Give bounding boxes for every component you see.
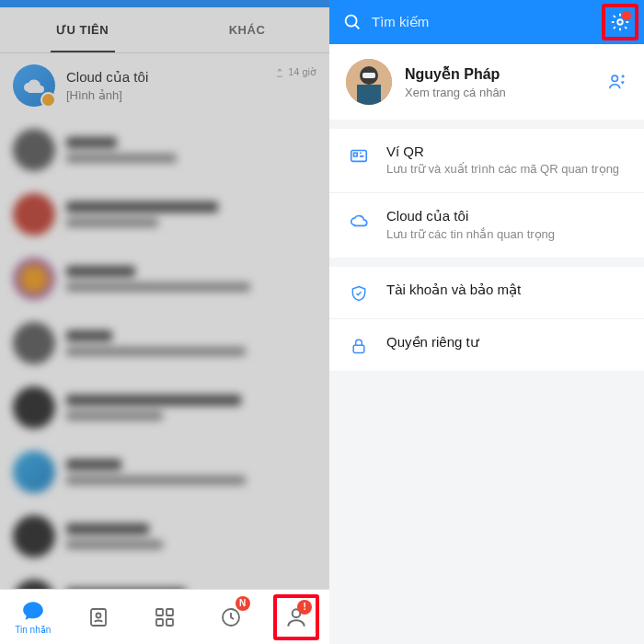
avatar-icon (13, 515, 55, 558)
svg-rect-3 (167, 609, 173, 615)
avatar-icon (13, 129, 55, 171)
chat-list: Cloud của tôi [Hình ảnh] 14 giờ (0, 53, 329, 589)
tab-other[interactable]: KHÁC (165, 7, 329, 52)
status-bar (0, 0, 329, 7)
conversation-tabs: ƯU TIÊN KHÁC (0, 7, 329, 53)
option-title: Ví QR (386, 144, 627, 159)
chat-time: 14 giờ (275, 66, 316, 78)
cloud-icon (346, 210, 372, 230)
conversations-panel: ƯU TIÊN KHÁC Cloud của tôi [Hình ảnh] 14… (0, 0, 329, 644)
svg-rect-17 (353, 345, 364, 352)
svg-rect-4 (156, 619, 163, 626)
svg-point-14 (612, 75, 617, 81)
option-qr-wallet[interactable]: Ví QR Lưu trữ và xuất trình các mã QR qu… (329, 129, 644, 193)
svg-rect-5 (167, 619, 173, 626)
nav-label: Tin nhắn (15, 625, 51, 635)
search-bar: Tìm kiếm (329, 0, 644, 44)
nav-messages[interactable]: Tin nhắn (10, 594, 56, 640)
alert-dot-icon (621, 10, 632, 21)
nav-discover[interactable] (142, 594, 188, 640)
svg-rect-2 (156, 609, 163, 615)
alert-badge: ! (297, 600, 312, 615)
chat-item-cloud[interactable]: Cloud của tôi [Hình ảnh] 14 giờ (0, 53, 329, 118)
security-section: Tài khoản và bảo mật Quyền riêng tư (329, 267, 644, 371)
nav-timeline[interactable]: N (208, 594, 254, 640)
option-sub: Lưu trữ các tin nhắn quan trọng (386, 227, 627, 243)
avatar-icon (13, 322, 55, 364)
swap-user-icon[interactable] (607, 72, 627, 92)
profile-text: Nguyễn Pháp Xem trang cá nhân (405, 65, 607, 99)
settings-button[interactable] (602, 4, 638, 40)
tab-priority[interactable]: ƯU TIÊN (0, 7, 165, 52)
chat-bubble-icon (21, 599, 45, 623)
option-title: Tài khoản và bảo mật (386, 282, 627, 298)
chat-item[interactable] (0, 440, 329, 504)
profile-row[interactable]: Nguyễn Pháp Xem trang cá nhân (329, 44, 644, 120)
contacts-icon (86, 605, 110, 629)
profile-avatar (346, 59, 392, 105)
chat-item[interactable] (0, 569, 329, 589)
storage-section: Ví QR Lưu trữ và xuất trình các mã QR qu… (329, 129, 644, 258)
avatar-icon (13, 451, 55, 493)
avatar-icon (13, 258, 55, 300)
option-account-security[interactable]: Tài khoản và bảo mật (329, 267, 644, 319)
chat-item[interactable] (0, 375, 329, 440)
profile-name: Nguyễn Pháp (405, 65, 607, 83)
avatar-icon (13, 193, 55, 236)
search-input[interactable]: Tìm kiếm (372, 14, 602, 30)
me-panel: Tìm kiếm Nguyễn Pháp Xem trang cá nhân V… (329, 0, 644, 644)
chat-item[interactable] (0, 118, 329, 182)
option-title: Cloud của tôi (386, 208, 627, 224)
svg-rect-16 (354, 153, 358, 156)
search-icon[interactable] (340, 12, 364, 32)
chat-item[interactable] (0, 504, 329, 569)
nav-contacts[interactable] (75, 594, 121, 640)
grid-icon (153, 605, 177, 629)
chat-preview: [Hình ảnh] (66, 88, 316, 102)
nav-me[interactable]: ! (273, 594, 319, 640)
svg-rect-12 (357, 85, 381, 105)
avatar-icon (13, 386, 55, 429)
chat-item[interactable] (0, 182, 329, 247)
svg-point-9 (617, 19, 623, 25)
cloud-avatar-icon (13, 64, 55, 107)
option-privacy[interactable]: Quyền riêng tư (329, 319, 644, 371)
svg-point-8 (346, 16, 357, 27)
svg-point-1 (97, 613, 101, 617)
option-title: Quyền riêng tư (386, 334, 627, 351)
chat-item[interactable] (0, 247, 329, 311)
bottom-nav: Tin nhắn N ! (0, 589, 329, 644)
shield-icon (346, 283, 372, 304)
svg-rect-13 (362, 73, 375, 78)
avatar-icon (13, 580, 55, 589)
notification-badge: N (236, 596, 250, 611)
profile-sub: Xem trang cá nhân (405, 86, 607, 99)
chat-item[interactable] (0, 311, 329, 375)
option-my-cloud[interactable]: Cloud của tôi Lưu trữ các tin nhắn quan … (329, 193, 644, 258)
option-sub: Lưu trữ và xuất trình các mã QR quan trọ… (386, 162, 627, 178)
lock-icon (346, 336, 372, 356)
qr-wallet-icon (346, 145, 372, 166)
